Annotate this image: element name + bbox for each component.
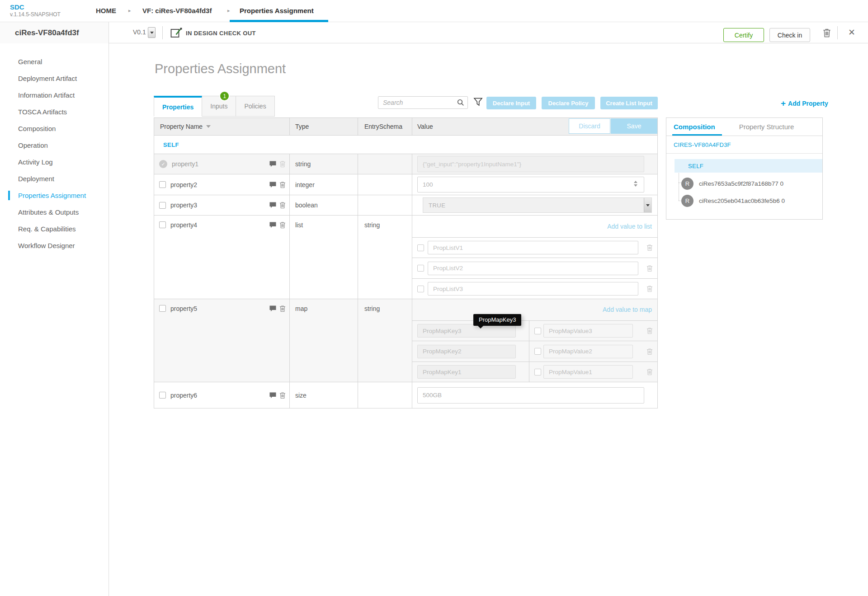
sidebar-item-deployment-artifact[interactable]: Deployment Artifact xyxy=(0,70,108,87)
row-checkbox[interactable] xyxy=(159,202,166,209)
version-dropdown[interactable] xyxy=(148,27,156,38)
add-value-to-list-link[interactable]: Add value to list xyxy=(607,223,652,230)
tree-item-instance[interactable]: R ciResc205eb041ac0b63fe5b6 0 xyxy=(681,195,822,207)
delete-list-item-icon[interactable] xyxy=(646,244,653,251)
entity-header: ciRes-VF80a4fd3f xyxy=(0,22,109,43)
self-group-link[interactable]: SELF xyxy=(163,141,179,148)
entry-schema: string xyxy=(364,305,380,312)
resource-avatar: R xyxy=(681,178,693,190)
map-value-input[interactable] xyxy=(543,345,633,358)
sidebar-item-composition[interactable]: Composition xyxy=(0,120,108,137)
row-checkbox[interactable] xyxy=(159,305,166,312)
delete-property-icon[interactable] xyxy=(279,305,286,312)
sidebar-item-req-capabilities[interactable]: Req. & Capabilities xyxy=(0,221,108,237)
delete-icon[interactable] xyxy=(823,28,831,39)
map-key-input[interactable] xyxy=(417,324,516,338)
tab-composition[interactable]: Composition xyxy=(674,123,715,131)
discard-button[interactable]: Discard xyxy=(569,118,610,134)
map-entry-checkbox[interactable] xyxy=(534,328,541,334)
tab-properties[interactable]: Properties xyxy=(154,96,202,117)
version-label: V0.1 xyxy=(133,28,146,36)
map-value-input[interactable] xyxy=(543,324,633,338)
close-icon[interactable]: ✕ xyxy=(848,27,855,38)
delete-property-icon[interactable] xyxy=(279,202,286,209)
number-spinner-icon[interactable] xyxy=(634,181,637,187)
delete-map-entry-icon[interactable] xyxy=(646,327,653,334)
delete-map-entry-icon[interactable] xyxy=(646,348,653,355)
comment-icon[interactable] xyxy=(269,392,276,399)
add-property-button[interactable]: + Add Property xyxy=(781,99,828,108)
search-input[interactable] xyxy=(378,97,455,108)
sidebar-item-attributes-outputs[interactable]: Attributes & Outputs xyxy=(0,204,108,221)
create-list-input-button[interactable]: Create List Input xyxy=(600,97,658,109)
breadcrumb-arrow-icon: ▸ xyxy=(128,8,131,14)
list-item-input[interactable] xyxy=(428,282,638,296)
list-item-checkbox[interactable] xyxy=(417,244,424,251)
property-type: string xyxy=(295,160,311,168)
row-checkbox[interactable] xyxy=(159,392,166,399)
sort-caret-icon[interactable] xyxy=(206,125,211,128)
delete-property-icon[interactable] xyxy=(279,160,286,168)
declare-policy-button[interactable]: Declare Policy xyxy=(542,97,595,109)
breadcrumb-vf[interactable]: VF: ciRes-VF80a4fd3f xyxy=(142,7,212,14)
map-key-input[interactable] xyxy=(417,365,516,379)
property-type: size xyxy=(295,392,307,399)
active-tab-underline xyxy=(672,134,722,136)
check-in-button[interactable]: Check in xyxy=(769,28,810,42)
list-item-input[interactable] xyxy=(428,262,638,275)
property2-value-input[interactable] xyxy=(417,177,644,192)
inputs-count-badge: 1 xyxy=(219,91,230,101)
breadcrumb-properties-assignment[interactable]: Properties Assignment xyxy=(240,7,314,14)
map-entry-row xyxy=(412,341,657,361)
sidebar-item-general[interactable]: General xyxy=(0,53,108,70)
search-icon[interactable] xyxy=(457,99,464,108)
delete-property-icon[interactable] xyxy=(279,181,286,188)
map-entry-checkbox[interactable] xyxy=(534,348,541,355)
breadcrumb-home[interactable]: HOME xyxy=(96,7,116,14)
list-item-row xyxy=(412,258,657,278)
map-value-input[interactable] xyxy=(543,365,633,379)
property6-value-input[interactable] xyxy=(417,387,644,404)
table-row-property2: property2 integer xyxy=(154,174,657,195)
delete-list-item-icon[interactable] xyxy=(646,285,653,292)
certify-button[interactable]: Certify xyxy=(723,28,764,42)
row-checkbox[interactable] xyxy=(159,221,166,228)
comment-icon[interactable] xyxy=(269,222,276,228)
comment-icon[interactable] xyxy=(269,305,276,312)
comment-icon[interactable] xyxy=(269,161,276,167)
sdc-logo: SDC v.1.14.5-SNAPSHOT xyxy=(10,3,61,18)
sidebar-item-operation[interactable]: Operation xyxy=(0,137,108,154)
tree-item-self[interactable]: SELF xyxy=(675,159,822,173)
sidebar-item-activity-log[interactable]: Activity Log xyxy=(0,154,108,170)
tree-item-instance[interactable]: R ciRes7653a5c9f2f87a168b77 0 xyxy=(681,178,822,190)
comment-icon[interactable] xyxy=(269,182,276,188)
delete-map-entry-icon[interactable] xyxy=(646,368,653,375)
sidebar-item-workflow-designer[interactable]: Workflow Designer xyxy=(0,237,108,254)
property-type: integer xyxy=(295,181,315,188)
filter-icon[interactable] xyxy=(473,98,483,108)
delete-property-icon[interactable] xyxy=(279,221,286,229)
delete-list-item-icon[interactable] xyxy=(646,265,653,272)
list-item-checkbox[interactable] xyxy=(417,286,424,292)
list-item-checkbox[interactable] xyxy=(417,265,424,272)
row-checkbox[interactable] xyxy=(159,181,166,188)
sidebar-item-properties-assignment[interactable]: Properties Assignment xyxy=(0,187,108,204)
property3-value-select[interactable]: TRUE xyxy=(423,197,652,213)
tab-inputs[interactable]: Inputs 1 xyxy=(202,96,236,117)
sidebar-item-information-artifact[interactable]: Information Artifact xyxy=(0,87,108,103)
map-key-input[interactable] xyxy=(417,345,516,358)
delete-property-icon[interactable] xyxy=(279,392,286,399)
map-entry-checkbox[interactable] xyxy=(534,369,541,375)
add-value-to-map-link[interactable]: Add value to map xyxy=(603,306,652,313)
save-button[interactable]: Save xyxy=(611,118,657,134)
declare-input-button[interactable]: Declare Input xyxy=(486,97,536,109)
sidebar-item-deployment[interactable]: Deployment xyxy=(0,170,108,187)
sidebar-item-tosca-artifacts[interactable]: TOSCA Artifacts xyxy=(0,103,108,120)
app-version: v.1.14.5-SNAPSHOT xyxy=(10,11,61,18)
comment-icon[interactable] xyxy=(269,202,276,208)
left-sidebar: General Deployment Artifact Information … xyxy=(0,43,109,596)
dropdown-arrow-icon xyxy=(644,198,651,212)
list-item-input[interactable] xyxy=(428,241,638,254)
tab-policies[interactable]: Policies xyxy=(236,96,274,117)
tab-property-structure[interactable]: Property Structure xyxy=(739,123,794,131)
